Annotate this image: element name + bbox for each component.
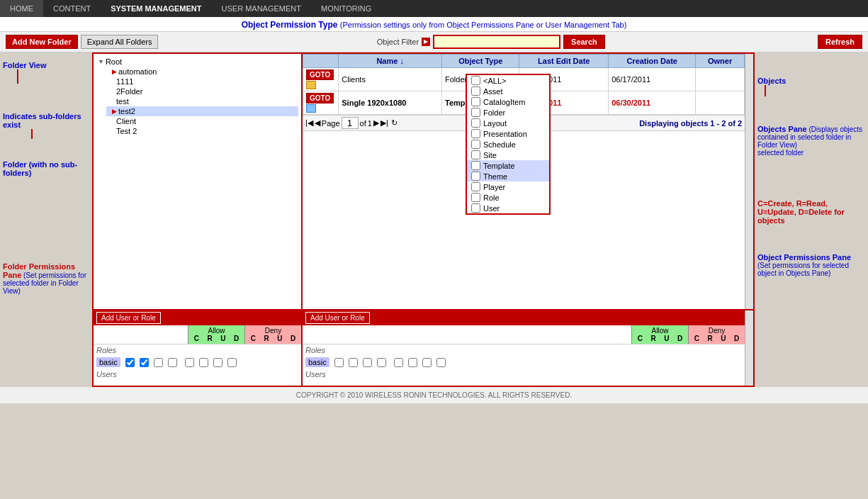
obj-allow-u[interactable] <box>363 358 372 367</box>
cb-role[interactable] <box>471 193 480 202</box>
expand-folders-button[interactable]: Expand All Folders <box>81 35 159 49</box>
folder-deny-c[interactable] <box>185 358 194 367</box>
pag-refresh[interactable]: ↻ <box>391 118 398 128</box>
nav-home[interactable]: HOME <box>0 0 43 17</box>
row-owner-2 <box>696 91 745 115</box>
root-tri: ▼ <box>98 58 104 65</box>
folder-automation[interactable]: ▶ automation <box>106 67 298 77</box>
goto-button-2[interactable]: GOTO <box>306 93 334 103</box>
search-button[interactable]: Search <box>563 35 605 49</box>
cb-player[interactable] <box>471 182 480 191</box>
cb-folder[interactable] <box>471 108 480 117</box>
obj-perm-add-row: Add User or Role <box>303 310 745 325</box>
obj-allow-c[interactable] <box>334 358 344 367</box>
dropdown-item-layout[interactable]: Layout <box>467 118 549 128</box>
folder-allow-r[interactable] <box>140 358 149 367</box>
folder-add-user-role-button[interactable]: Add User or Role <box>96 312 161 324</box>
folder-2folder[interactable]: 2Folder <box>111 86 298 96</box>
pag-next[interactable]: ▶ <box>373 118 379 128</box>
folder-test[interactable]: test <box>111 96 298 106</box>
indicates-label: Indicates sub-folders exist <box>3 112 81 129</box>
filter-arrow-icon[interactable]: ▶ <box>422 38 430 46</box>
list-item: 2Folder <box>96 86 298 96</box>
obj-allow-cbs <box>332 358 389 367</box>
objects-label: Objects <box>757 77 786 85</box>
obj-allow-r[interactable] <box>349 358 358 367</box>
refresh-button[interactable]: Refresh <box>818 35 862 49</box>
pag-first[interactable]: |◀ <box>305 118 313 128</box>
folder-allow-d[interactable] <box>168 358 177 367</box>
obj-perm-scrollbar[interactable] <box>745 310 753 386</box>
page-total: 1 <box>368 119 372 128</box>
cb-site[interactable] <box>471 150 480 159</box>
col-owner[interactable]: Owner <box>696 55 745 68</box>
test2b-label: Test 2 <box>116 127 137 135</box>
folder-allow-crud: CRUD <box>190 335 243 342</box>
goto-button-1[interactable]: GOTO <box>306 69 334 80</box>
dropdown-item-schedule[interactable]: Schedule <box>467 139 549 150</box>
obj-deny-u[interactable] <box>422 358 432 367</box>
folder-perm-scrollbar[interactable] <box>94 380 301 386</box>
folder-allow-c[interactable] <box>125 358 135 367</box>
dropdown-item-user[interactable]: User <box>467 203 549 213</box>
dropdown-item-asset[interactable]: Asset <box>467 86 549 96</box>
col-type[interactable]: Object Type <box>442 55 519 68</box>
cb-presentation[interactable] <box>471 129 480 138</box>
folder-root[interactable]: ▼ Root <box>96 57 298 67</box>
col-name-label[interactable]: Name ↓ <box>339 55 442 68</box>
folder-allow-u[interactable] <box>154 358 163 367</box>
cb-schedule[interactable] <box>471 140 480 149</box>
dropdown-item-theme[interactable]: Theme <box>467 171 549 181</box>
pag-last[interactable]: ▶| <box>381 118 388 128</box>
folder-test2[interactable]: ▶ test2 <box>106 106 298 116</box>
cb-asset[interactable] <box>471 86 480 96</box>
dropdown-item-presentation[interactable]: Presentation <box>467 128 549 139</box>
dropdown-item-all[interactable]: <ALL> <box>467 75 549 86</box>
folder-deny-u[interactable] <box>213 358 222 367</box>
cb-user[interactable] <box>471 203 480 213</box>
folder-users-label: Users <box>94 369 301 380</box>
dropdown-item-folder[interactable]: Folder <box>467 107 549 118</box>
nav-system-management[interactable]: SYSTEM MANAGEMENT <box>101 0 211 17</box>
dropdown-item-template[interactable]: Template <box>467 160 549 171</box>
cb-template[interactable] <box>471 161 480 170</box>
filter-input[interactable] <box>433 35 560 49</box>
cb-layout[interactable] <box>471 118 480 128</box>
dropdown-item-catalogitem[interactable]: CatalogItem <box>467 96 549 107</box>
page-of: of <box>360 119 366 128</box>
folder-test2-b[interactable]: Test 2 <box>111 126 298 136</box>
dropdown-item-role[interactable]: Role <box>467 192 549 203</box>
test2-label: test2 <box>118 107 135 116</box>
top-navigation: HOME CONTENT SYSTEM MANAGEMENT USER MANA… <box>0 0 868 17</box>
obj-allow-d[interactable] <box>377 358 386 367</box>
page-number-input[interactable] <box>342 117 359 129</box>
page-label: Page <box>322 119 340 128</box>
filter-label: Object Filter <box>377 38 419 46</box>
col-name[interactable] <box>303 55 339 68</box>
folder-deny-r[interactable] <box>199 358 208 367</box>
obj-perms-sub: (Set permissions for selected object in … <box>757 262 849 277</box>
nav-user-management[interactable]: USER MANAGEMENT <box>212 0 311 17</box>
nav-content[interactable]: CONTENT <box>43 0 101 17</box>
add-folder-button[interactable]: Add New Folder <box>6 35 78 49</box>
objects-scrollbar[interactable] <box>745 54 753 309</box>
obj-add-user-role-button[interactable]: Add User or Role <box>305 312 370 324</box>
obj-roles-label: Roles <box>303 344 745 356</box>
folder-deny-d[interactable] <box>227 358 237 367</box>
dropdown-item-site[interactable]: Site <box>467 150 549 160</box>
cb-catalogitem[interactable] <box>471 97 480 106</box>
obj-deny-r[interactable] <box>408 358 417 367</box>
cb-theme[interactable] <box>471 172 480 181</box>
folder-client[interactable]: Client <box>111 116 298 126</box>
cb-all[interactable] <box>471 76 480 85</box>
dropdown-item-player[interactable]: Player <box>467 181 549 192</box>
nav-monitoring[interactable]: MONITORING <box>311 0 381 17</box>
crud-objects-label: C=Create, R=Read, U=Update, D=Delete for… <box>757 199 845 225</box>
col-creation[interactable]: Creation Date <box>609 55 696 68</box>
folder-1111[interactable]: 1111 <box>111 77 298 86</box>
pag-prev[interactable]: ◀ <box>315 118 320 128</box>
obj-deny-c[interactable] <box>394 358 403 367</box>
obj-allow-crud: CRUD <box>633 335 687 342</box>
obj-deny-d[interactable] <box>436 358 446 367</box>
col-last-edit[interactable]: Last Edit Date <box>519 55 609 68</box>
